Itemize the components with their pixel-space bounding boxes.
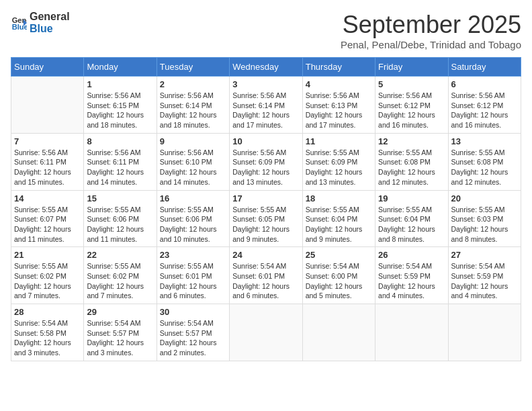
page-header: General Blue General Blue September 2025… <box>11 11 521 50</box>
day-info: Sunrise: 5:55 AM Sunset: 6:04 PM Dayligh… <box>306 205 372 244</box>
day-number: 26 <box>378 250 445 260</box>
day-info: Sunrise: 5:54 AM Sunset: 5:59 PM Dayligh… <box>378 261 445 301</box>
day-info: Sunrise: 5:55 AM Sunset: 6:08 PM Dayligh… <box>378 148 445 187</box>
calendar-cell: 9Sunrise: 5:56 AM Sunset: 6:10 PM Daylig… <box>157 133 229 190</box>
day-info: Sunrise: 5:56 AM Sunset: 6:11 PM Dayligh… <box>87 148 153 187</box>
day-number: 15 <box>87 193 153 203</box>
calendar-cell: 20Sunrise: 5:55 AM Sunset: 6:03 PM Dayli… <box>448 190 521 247</box>
calendar-header-row: SundayMondayTuesdayWednesdayThursdayFrid… <box>11 58 521 77</box>
day-number: 24 <box>232 250 299 260</box>
day-number: 30 <box>160 307 226 317</box>
day-number: 4 <box>306 79 372 89</box>
day-number: 21 <box>14 250 81 260</box>
day-number: 1 <box>87 79 153 89</box>
calendar-cell: 26Sunrise: 5:54 AM Sunset: 5:59 PM Dayli… <box>375 247 448 304</box>
day-info: Sunrise: 5:56 AM Sunset: 6:13 PM Dayligh… <box>306 91 372 130</box>
calendar-week-4: 21Sunrise: 5:55 AM Sunset: 6:02 PM Dayli… <box>11 247 521 304</box>
day-number: 17 <box>232 193 299 203</box>
calendar-cell: 27Sunrise: 5:54 AM Sunset: 5:59 PM Dayli… <box>448 247 521 304</box>
calendar-cell: 23Sunrise: 5:55 AM Sunset: 6:01 PM Dayli… <box>157 247 229 304</box>
calendar-cell: 17Sunrise: 5:55 AM Sunset: 6:05 PM Dayli… <box>230 190 302 247</box>
calendar-cell: 24Sunrise: 5:54 AM Sunset: 6:01 PM Dayli… <box>230 247 302 304</box>
calendar-cell: 8Sunrise: 5:56 AM Sunset: 6:11 PM Daylig… <box>84 133 157 190</box>
logo: General Blue General Blue <box>11 11 70 34</box>
calendar-cell: 13Sunrise: 5:55 AM Sunset: 6:08 PM Dayli… <box>448 133 521 190</box>
day-info: Sunrise: 5:54 AM Sunset: 6:01 PM Dayligh… <box>232 261 299 301</box>
logo-icon: General Blue <box>11 15 27 31</box>
day-info: Sunrise: 5:55 AM Sunset: 6:09 PM Dayligh… <box>306 148 372 187</box>
day-info: Sunrise: 5:56 AM Sunset: 6:15 PM Dayligh… <box>87 91 153 130</box>
calendar-cell: 3Sunrise: 5:56 AM Sunset: 6:14 PM Daylig… <box>230 77 302 134</box>
day-info: Sunrise: 5:54 AM Sunset: 5:57 PM Dayligh… <box>87 318 153 358</box>
calendar-cell: 30Sunrise: 5:54 AM Sunset: 5:57 PM Dayli… <box>157 304 229 361</box>
day-info: Sunrise: 5:55 AM Sunset: 6:02 PM Dayligh… <box>14 261 81 301</box>
day-number: 18 <box>306 193 372 203</box>
title-area: September 2025 Penal, Penal/Debe, Trinid… <box>341 11 521 50</box>
day-number: 10 <box>232 136 299 146</box>
calendar-cell: 16Sunrise: 5:55 AM Sunset: 6:06 PM Dayli… <box>157 190 229 247</box>
calendar-week-3: 14Sunrise: 5:55 AM Sunset: 6:07 PM Dayli… <box>11 190 521 247</box>
day-info: Sunrise: 5:54 AM Sunset: 5:57 PM Dayligh… <box>160 318 226 358</box>
day-info: Sunrise: 5:54 AM Sunset: 5:59 PM Dayligh… <box>451 261 518 301</box>
day-info: Sunrise: 5:55 AM Sunset: 6:01 PM Dayligh… <box>160 261 226 301</box>
calendar-cell: 11Sunrise: 5:55 AM Sunset: 6:09 PM Dayli… <box>302 133 375 190</box>
day-number: 28 <box>14 307 81 317</box>
calendar-cell: 28Sunrise: 5:54 AM Sunset: 5:58 PM Dayli… <box>11 304 84 361</box>
calendar-cell: 29Sunrise: 5:54 AM Sunset: 5:57 PM Dayli… <box>84 304 157 361</box>
day-number: 13 <box>451 136 518 146</box>
day-info: Sunrise: 5:56 AM Sunset: 6:14 PM Dayligh… <box>160 91 226 130</box>
calendar-cell: 4Sunrise: 5:56 AM Sunset: 6:13 PM Daylig… <box>302 77 375 134</box>
day-number: 11 <box>306 136 372 146</box>
calendar-cell: 2Sunrise: 5:56 AM Sunset: 6:14 PM Daylig… <box>157 77 229 134</box>
day-info: Sunrise: 5:55 AM Sunset: 6:08 PM Dayligh… <box>451 148 518 187</box>
day-number: 20 <box>451 193 518 203</box>
calendar-cell: 18Sunrise: 5:55 AM Sunset: 6:04 PM Dayli… <box>302 190 375 247</box>
calendar-cell: 10Sunrise: 5:56 AM Sunset: 6:09 PM Dayli… <box>230 133 302 190</box>
day-header-tuesday: Tuesday <box>157 58 229 77</box>
day-info: Sunrise: 5:55 AM Sunset: 6:06 PM Dayligh… <box>160 205 226 244</box>
calendar-cell <box>448 304 521 361</box>
calendar-cell <box>11 77 84 134</box>
day-info: Sunrise: 5:56 AM Sunset: 6:14 PM Dayligh… <box>232 91 299 130</box>
day-info: Sunrise: 5:55 AM Sunset: 6:02 PM Dayligh… <box>87 261 153 301</box>
day-number: 14 <box>14 193 81 203</box>
calendar-cell: 6Sunrise: 5:56 AM Sunset: 6:12 PM Daylig… <box>448 77 521 134</box>
day-info: Sunrise: 5:56 AM Sunset: 6:12 PM Dayligh… <box>451 91 518 130</box>
day-info: Sunrise: 5:55 AM Sunset: 6:06 PM Dayligh… <box>87 205 153 244</box>
calendar-week-1: 1Sunrise: 5:56 AM Sunset: 6:15 PM Daylig… <box>11 77 521 134</box>
day-info: Sunrise: 5:56 AM Sunset: 6:11 PM Dayligh… <box>14 148 81 187</box>
calendar-cell: 7Sunrise: 5:56 AM Sunset: 6:11 PM Daylig… <box>11 133 84 190</box>
day-header-monday: Monday <box>84 58 157 77</box>
calendar-cell: 15Sunrise: 5:55 AM Sunset: 6:06 PM Dayli… <box>84 190 157 247</box>
day-number: 29 <box>87 307 153 317</box>
day-header-friday: Friday <box>375 58 448 77</box>
calendar-cell <box>302 304 375 361</box>
day-info: Sunrise: 5:56 AM Sunset: 6:10 PM Dayligh… <box>160 148 226 187</box>
calendar-cell: 25Sunrise: 5:54 AM Sunset: 6:00 PM Dayli… <box>302 247 375 304</box>
day-info: Sunrise: 5:54 AM Sunset: 5:58 PM Dayligh… <box>14 318 81 358</box>
calendar-table: SundayMondayTuesdayWednesdayThursdayFrid… <box>11 57 521 361</box>
day-info: Sunrise: 5:56 AM Sunset: 6:12 PM Dayligh… <box>378 91 445 130</box>
calendar-cell: 12Sunrise: 5:55 AM Sunset: 6:08 PM Dayli… <box>375 133 448 190</box>
calendar-cell: 22Sunrise: 5:55 AM Sunset: 6:02 PM Dayli… <box>84 247 157 304</box>
day-number: 3 <box>232 79 299 89</box>
day-number: 16 <box>160 193 226 203</box>
day-number: 25 <box>306 250 372 260</box>
day-number: 22 <box>87 250 153 260</box>
logo-blue: Blue <box>30 23 70 35</box>
day-number: 23 <box>160 250 226 260</box>
calendar-cell: 1Sunrise: 5:56 AM Sunset: 6:15 PM Daylig… <box>84 77 157 134</box>
calendar-cell: 5Sunrise: 5:56 AM Sunset: 6:12 PM Daylig… <box>375 77 448 134</box>
day-info: Sunrise: 5:55 AM Sunset: 6:03 PM Dayligh… <box>451 205 518 244</box>
day-info: Sunrise: 5:54 AM Sunset: 6:00 PM Dayligh… <box>306 261 372 301</box>
day-header-thursday: Thursday <box>302 58 375 77</box>
day-number: 6 <box>451 79 518 89</box>
day-info: Sunrise: 5:55 AM Sunset: 6:07 PM Dayligh… <box>14 205 81 244</box>
calendar-cell: 19Sunrise: 5:55 AM Sunset: 6:04 PM Dayli… <box>375 190 448 247</box>
day-number: 8 <box>87 136 153 146</box>
day-number: 27 <box>451 250 518 260</box>
day-header-saturday: Saturday <box>448 58 521 77</box>
day-header-wednesday: Wednesday <box>230 58 302 77</box>
day-number: 19 <box>378 193 445 203</box>
calendar-week-2: 7Sunrise: 5:56 AM Sunset: 6:11 PM Daylig… <box>11 133 521 190</box>
